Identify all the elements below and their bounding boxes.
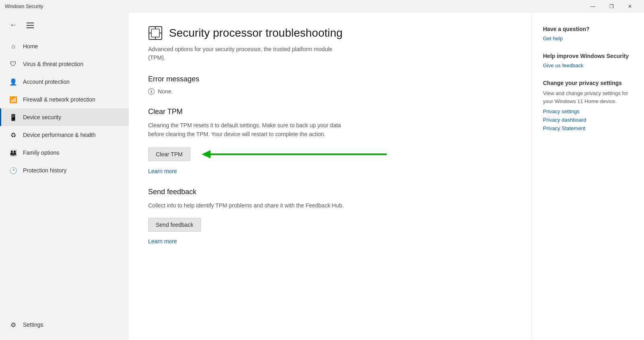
right-link-privacy-1[interactable]: Privacy dashboard (543, 117, 633, 123)
sidebar-nav: ⌂ Home 🛡 Virus & threat protection 👤 Acc… (0, 37, 129, 179)
firewall-icon: 📶 (9, 95, 17, 104)
clear-tpm-button[interactable]: Clear TPM (148, 147, 190, 161)
sidebar-top: ← (0, 16, 129, 37)
hamburger-line-2 (27, 25, 34, 26)
right-section-privacy-title: Change your privacy settings (543, 80, 633, 86)
app-title: Windows Security (5, 4, 43, 9)
family-icon: 👨‍👩‍👧 (9, 149, 17, 157)
clear-tpm-desc: Clearing the TPM resets it to default se… (148, 121, 357, 139)
right-section-improve: Help improve Windows SecurityGive us fee… (543, 53, 633, 68)
right-link-privacy-0[interactable]: Privacy settings (543, 108, 633, 114)
sidebar-item-settings-label: Settings (23, 321, 43, 328)
main-content: Security processor troubleshooting Advan… (129, 13, 531, 340)
svg-marker-7 (202, 150, 211, 158)
right-section-question-title: Have a question? (543, 26, 633, 32)
sidebar-item-virus-label: Virus & threat protection (23, 61, 83, 67)
right-section-question: Have a question?Get help (543, 26, 633, 41)
send-feedback-button[interactable]: Send feedback (148, 218, 201, 232)
page-title: Security processor troubleshooting (169, 27, 343, 39)
hamburger-button[interactable] (25, 21, 35, 30)
page-header: Security processor troubleshooting (148, 26, 512, 40)
sidebar-item-device-security-label: Device security (23, 114, 61, 120)
error-messages-section: Error messages i None. (148, 75, 512, 95)
right-section-improve-title: Help improve Windows Security (543, 53, 633, 59)
home-icon: ⌂ (9, 42, 17, 50)
sidebar-item-account-label: Account protection (23, 79, 70, 85)
settings-icon: ⚙ (9, 321, 17, 329)
send-feedback-title: Send feedback (148, 188, 512, 196)
send-feedback-desc: Collect info to help identify TPM proble… (148, 201, 357, 210)
title-bar: Windows Security — ❐ ✕ (0, 0, 644, 13)
sidebar-item-device-perf[interactable]: ♻ Device performance & health (0, 126, 129, 144)
error-message-text: None. (158, 88, 173, 95)
right-link-question-0[interactable]: Get help (543, 35, 633, 41)
sidebar-item-home-label: Home (23, 43, 38, 50)
sidebar-item-firewall-label: Firewall & network protection (23, 96, 95, 103)
minimize-button[interactable]: — (584, 0, 602, 13)
account-icon: 👤 (9, 78, 17, 86)
sidebar-item-device-perf-label: Device performance & health (23, 132, 96, 138)
title-bar-left: Windows Security (5, 4, 43, 9)
device-perf-icon: ♻ (9, 131, 17, 139)
hamburger-line-1 (27, 23, 34, 23)
error-messages-title: Error messages (148, 75, 512, 83)
right-panel: Have a question?Get helpHelp improve Win… (531, 13, 644, 340)
sidebar: ← ⌂ Home 🛡 Virus & threat protection 👤 A… (0, 13, 129, 340)
sidebar-item-virus[interactable]: 🛡 Virus & threat protection (0, 55, 129, 73)
right-section-privacy: Change your privacy settingsView and cha… (543, 80, 633, 131)
error-message: i None. (148, 88, 512, 95)
right-link-privacy-2[interactable]: Privacy Statement (543, 125, 633, 131)
clear-tpm-section: Clear TPM Clearing the TPM resets it to … (148, 108, 512, 175)
window-body: ← ⌂ Home 🛡 Virus & threat protection 👤 A… (0, 13, 644, 340)
hamburger-line-3 (27, 27, 34, 28)
sidebar-item-settings[interactable]: ⚙ Settings (0, 316, 129, 334)
sidebar-bottom: ⚙ Settings (0, 316, 129, 340)
page-subtitle: Advanced options for your security proce… (148, 45, 349, 62)
send-feedback-section: Send feedback Collect info to help ident… (148, 188, 512, 245)
sidebar-item-family-label: Family options (23, 149, 59, 156)
virus-icon: 🛡 (9, 60, 17, 68)
sidebar-item-home[interactable]: ⌂ Home (0, 37, 129, 55)
svg-rect-1 (151, 29, 159, 37)
clear-tpm-learn-more[interactable]: Learn more (148, 168, 177, 174)
back-button[interactable]: ← (6, 19, 20, 31)
history-icon: 🕐 (9, 166, 17, 174)
title-bar-controls: — ❐ ✕ (584, 0, 639, 13)
send-feedback-learn-more[interactable]: Learn more (148, 238, 177, 245)
right-section-privacy-desc: View and change privacy settings for you… (543, 89, 633, 105)
sidebar-item-device-security[interactable]: 📱 Device security (0, 108, 129, 126)
device-security-icon: 📱 (9, 113, 17, 121)
clear-tpm-button-row: Clear TPM (148, 147, 512, 162)
close-button[interactable]: ✕ (621, 0, 639, 13)
green-arrow-annotation (202, 147, 395, 162)
sidebar-item-firewall[interactable]: 📶 Firewall & network protection (0, 91, 129, 108)
restore-button[interactable]: ❐ (602, 0, 621, 13)
clear-tpm-title: Clear TPM (148, 108, 512, 116)
sidebar-item-history-label: Protection history (23, 167, 66, 174)
sidebar-item-account[interactable]: 👤 Account protection (0, 73, 129, 91)
page-title-icon (148, 26, 163, 40)
sidebar-item-family[interactable]: 👨‍👩‍👧 Family options (0, 144, 129, 162)
info-icon: i (148, 88, 155, 95)
sidebar-item-history[interactable]: 🕐 Protection history (0, 162, 129, 179)
right-link-improve-0[interactable]: Give us feedback (543, 62, 633, 68)
